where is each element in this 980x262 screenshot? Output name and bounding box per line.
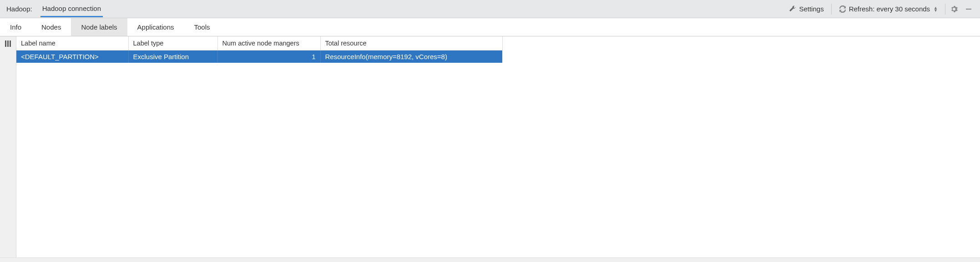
col-header-num-active[interactable]: Num active node mangers — [217, 36, 320, 50]
wrench-icon — [789, 5, 796, 13]
toolbar-divider — [831, 4, 832, 15]
tab-tools[interactable]: Tools — [184, 18, 220, 36]
col-header-total-resource[interactable]: Total resource — [320, 36, 502, 50]
header-bar: Hadoop: Hadoop connection Settings Refre… — [0, 0, 980, 18]
stepper-icon[interactable]: ▲ ▼ — [934, 6, 938, 12]
cell-total-resource: ResourceInfo(memory=8192, vCores=8) — [320, 50, 502, 63]
svg-rect-3 — [10, 40, 11, 47]
header-left: Hadoop: Hadoop connection — [6, 1, 784, 17]
header-toolbar: Settings Refresh: every 30 seconds ▲ ▼ — [784, 2, 975, 15]
refresh-label: Refresh: every 30 seconds — [849, 5, 930, 13]
table-row[interactable]: <DEFAULT_PARTITION> Exclusive Partition … — [16, 50, 502, 63]
refresh-button[interactable]: Refresh: every 30 seconds ▲ ▼ — [834, 2, 942, 15]
connection-tab[interactable]: Hadoop connection — [40, 1, 103, 17]
cell-label-name: <DEFAULT_PARTITION> — [16, 50, 128, 63]
refresh-icon — [839, 5, 846, 13]
col-header-label-type[interactable]: Label type — [128, 36, 217, 50]
table-container: Label name Label type Num active node ma… — [16, 36, 980, 262]
cell-label-type: Exclusive Partition — [128, 50, 217, 63]
gear-icon — [950, 5, 958, 13]
header-label: Hadoop: — [6, 5, 32, 13]
tab-info[interactable]: Info — [0, 18, 31, 36]
content-area: Label name Label type Num active node ma… — [0, 36, 980, 262]
minimize-icon — [965, 6, 972, 12]
settings-label: Settings — [799, 5, 823, 13]
node-labels-table: Label name Label type Num active node ma… — [16, 36, 503, 63]
tab-nodes[interactable]: Nodes — [31, 18, 71, 36]
settings-button[interactable]: Settings — [784, 2, 828, 15]
cell-num-active: 1 — [217, 50, 320, 63]
tabs-bar: Info Nodes Node labels Applications Tool… — [0, 18, 980, 36]
tab-applications[interactable]: Applications — [127, 18, 184, 36]
gear-button[interactable] — [948, 3, 960, 15]
left-gutter[interactable] — [0, 36, 16, 262]
svg-rect-1 — [5, 40, 6, 47]
bottom-bar — [0, 257, 980, 262]
svg-rect-2 — [7, 40, 9, 47]
col-header-label-name[interactable]: Label name — [16, 36, 128, 50]
columns-icon — [5, 40, 12, 47]
tab-node-labels[interactable]: Node labels — [71, 18, 127, 36]
toolbar-divider-2 — [945, 4, 945, 15]
table-header-row: Label name Label type Num active node ma… — [16, 36, 502, 50]
svg-rect-0 — [966, 9, 971, 10]
minimize-button[interactable] — [963, 3, 975, 15]
